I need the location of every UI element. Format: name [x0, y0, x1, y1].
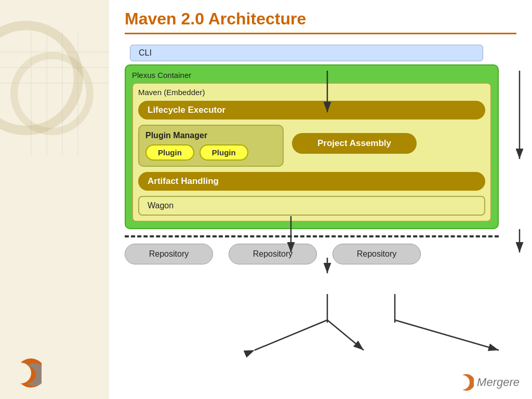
plugin-buttons: Plugin Plugin [145, 144, 276, 161]
header: Maven 2.0 Architecture [109, 0, 532, 45]
maven-label: Maven (Embedder) [138, 88, 485, 97]
plugin-manager-box: Plugin Manager Plugin Plugin [138, 125, 284, 167]
plugin-button-1: Plugin [145, 144, 194, 161]
dashed-separator [125, 235, 499, 237]
mergere-logo: Mergere [453, 372, 520, 393]
repository-box-3: Repository [332, 244, 421, 264]
repository-box-1: Repository [125, 244, 213, 264]
title-underline [125, 33, 516, 34]
wagon-box: Wagon [138, 196, 485, 216]
maven-embedder-box: Maven (Embedder) Lifecycle Executor Plug… [132, 83, 491, 222]
cli-label: CLI [139, 48, 152, 57]
middle-row: Plugin Manager Plugin Plugin Project Ass… [138, 125, 485, 167]
mergere-text: Mergere [477, 376, 520, 389]
svg-line-15 [327, 320, 364, 350]
svg-line-16 [395, 320, 499, 350]
diagram: CLI Plexus Container Maven (Embedder) Li… [109, 45, 532, 399]
page-title: Maven 2.0 Architecture [125, 9, 516, 29]
repository-box-2: Repository [229, 244, 317, 264]
mergere-logo-icon [453, 372, 474, 393]
plugin-button-2: Plugin [200, 144, 248, 161]
plugin-manager-label: Plugin Manager [145, 131, 276, 140]
svg-line-14 [255, 320, 327, 350]
cli-box: CLI [130, 45, 483, 61]
plexus-label: Plexus Container [132, 71, 491, 79]
plexus-container: Plexus Container Maven (Embedder) Lifecy… [125, 64, 499, 229]
project-assembly-box: Project Assembly [292, 133, 417, 154]
sidebar [0, 0, 109, 399]
logo-icon [5, 357, 42, 389]
artifact-handling-bar: Artifact Handling [138, 172, 485, 191]
sidebar-logo [5, 357, 42, 389]
main-content: Maven 2.0 Architecture CLI Plexus Contai… [109, 0, 532, 399]
deco-lines [0, 0, 109, 399]
lifecycle-executor-bar: Lifecycle Executor [138, 101, 485, 119]
repository-row: Repository Repository Repository [125, 244, 522, 264]
